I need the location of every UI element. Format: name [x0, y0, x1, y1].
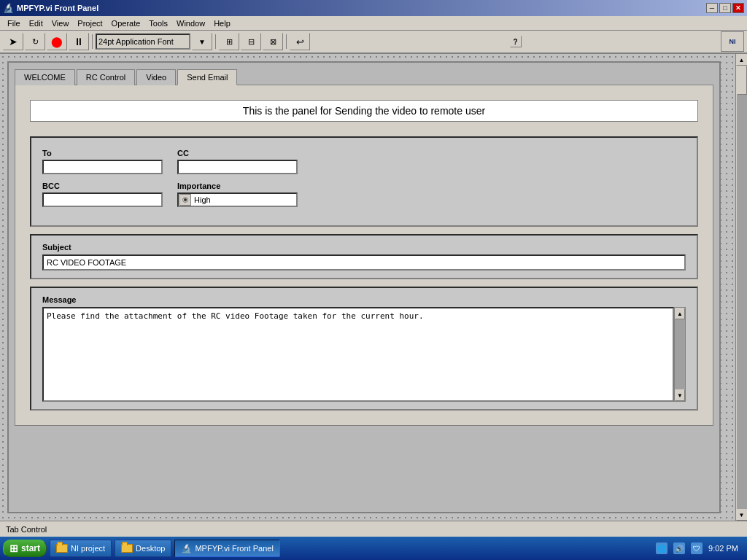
font-selector[interactable]: [96, 34, 190, 50]
panel-title-text: This is the panel for Sending the video …: [243, 105, 485, 117]
menu-help[interactable]: Help: [209, 18, 235, 29]
message-input[interactable]: [42, 307, 674, 402]
scroll-thumb[interactable]: [737, 66, 747, 95]
msg-scroll-down[interactable]: ▼: [675, 389, 685, 401]
subject-label: Subject: [42, 243, 686, 252]
panel-container: WELCOME RC Control Video Send Email This…: [7, 61, 721, 513]
distribute-button[interactable]: ⊟: [241, 33, 261, 50]
menu-edit[interactable]: Edit: [25, 18, 47, 29]
antivirus-icon: 🛡: [691, 542, 703, 554]
volume-icon: 🔊: [673, 542, 685, 554]
content-area: WELCOME RC Control Video Send Email This…: [0, 54, 735, 521]
to-field: To: [42, 149, 163, 174]
toolbar-separator-3: [286, 34, 287, 49]
menubar: File Edit View Project Operate Tools Win…: [0, 16, 747, 31]
statusbar-text: Tab Control: [6, 525, 47, 534]
menu-view[interactable]: View: [47, 18, 74, 29]
menu-file[interactable]: File: [3, 18, 25, 29]
panel-title: This is the panel for Sending the video …: [30, 100, 698, 122]
bcc-input[interactable]: [42, 192, 163, 207]
importance-label: Importance: [177, 182, 298, 190]
folder-icon: [56, 544, 68, 553]
labview-logo: NI: [721, 31, 744, 52]
email-fields-area: To CC BCC Imp: [30, 136, 698, 227]
scroll-up-arrow[interactable]: ▲: [736, 54, 748, 66]
folder-icon-2: [121, 544, 133, 553]
cc-label: CC: [177, 149, 298, 158]
main-area: WELCOME RC Control Video Send Email This…: [0, 54, 747, 521]
windows-logo-icon: ⊞: [9, 542, 18, 554]
help-button[interactable]: ?: [510, 36, 522, 47]
titlebar: 🔬 MPFYP.vi Front Panel ─ □ ✕: [0, 0, 747, 16]
cc-field: CC: [177, 149, 298, 174]
taskbar-mpfyp-label: MPFYP.vi Front Panel: [195, 544, 273, 553]
right-scrollbar: ▲ ▼: [735, 54, 747, 521]
to-cc-row: To CC: [42, 149, 686, 174]
subject-input[interactable]: [42, 254, 686, 271]
importance-value: High: [192, 195, 211, 204]
tab-welcome[interactable]: WELCOME: [15, 69, 75, 85]
scroll-down-arrow[interactable]: ▼: [736, 509, 748, 521]
scroll-track: [737, 66, 747, 509]
msg-scroll-up[interactable]: ▲: [675, 308, 685, 319]
subject-area: Subject: [30, 234, 698, 279]
cc-input[interactable]: [177, 160, 298, 174]
msg-scroll-track: [675, 319, 685, 389]
maximize-button[interactable]: □: [719, 3, 731, 13]
run-arrow-button[interactable]: ➤: [3, 33, 23, 50]
toolbar-separator-1: [92, 34, 93, 49]
taskbar-desktop[interactable]: Desktop: [115, 540, 171, 557]
minimize-button[interactable]: ─: [706, 3, 718, 13]
close-button[interactable]: ✕: [732, 3, 744, 13]
bcc-label: BCC: [42, 182, 163, 190]
toolbar-separator-2: [215, 34, 216, 49]
to-input[interactable]: [42, 160, 163, 174]
menu-operate[interactable]: Operate: [107, 18, 145, 29]
taskbar-desktop-label: Desktop: [136, 544, 165, 553]
tab-bar: WELCOME RC Control Video Send Email: [9, 63, 719, 85]
to-label: To: [42, 149, 163, 158]
bcc-field: BCC: [42, 182, 163, 207]
resize-button[interactable]: ⊠: [263, 33, 283, 50]
start-button[interactable]: ⊞ start: [3, 540, 47, 557]
taskbar-mpfyp[interactable]: 🔬 MPFYP.vi Front Panel: [174, 540, 279, 557]
clock: 9:02 PM: [708, 544, 738, 553]
titlebar-left: 🔬 MPFYP.vi Front Panel: [3, 3, 98, 13]
app-icon: 🔬: [3, 3, 14, 13]
message-area: Message ▲ ▼: [30, 287, 698, 411]
menu-project[interactable]: Project: [73, 18, 107, 29]
titlebar-controls: ─ □ ✕: [706, 3, 744, 13]
tab-video[interactable]: Video: [136, 69, 176, 85]
taskbar-right: 🌐 🔊 🛡 9:02 PM: [656, 542, 744, 554]
statusbar: Tab Control: [0, 521, 747, 537]
importance-radio-icon: [179, 194, 191, 206]
bcc-importance-row: BCC Importance High: [42, 182, 686, 207]
message-scrollbar: ▲ ▼: [674, 307, 686, 402]
font-dropdown-button[interactable]: ▼: [192, 33, 212, 50]
start-label: start: [21, 543, 40, 553]
abort-button[interactable]: ⬤: [47, 33, 67, 50]
importance-field: Importance High: [177, 182, 298, 207]
undo-button[interactable]: ↩: [290, 33, 310, 50]
toolbar: ➤ ↻ ⬤ ⏸ ▼ ⊞ ⊟ ⊠ ↩ ? NI: [0, 31, 747, 54]
pause-button[interactable]: ⏸: [69, 33, 89, 50]
menu-window[interactable]: Window: [172, 18, 209, 29]
tab-send-email[interactable]: Send Email: [177, 69, 237, 85]
align-button[interactable]: ⊞: [219, 33, 239, 50]
taskbar-ni-project-label: NI project: [71, 544, 105, 553]
message-label: Message: [42, 295, 686, 304]
message-wrapper: ▲ ▼: [42, 307, 686, 402]
app-icon-small: 🔬: [181, 543, 192, 553]
menu-tools[interactable]: Tools: [144, 18, 172, 29]
run-continuously-button[interactable]: ↻: [25, 33, 45, 50]
tab-content: This is the panel for Sending the video …: [15, 85, 713, 426]
importance-selector[interactable]: High: [177, 192, 298, 207]
taskbar: ⊞ start NI project Desktop 🔬 MPFYP.vi Fr…: [0, 537, 747, 560]
taskbar-ni-project[interactable]: NI project: [50, 540, 112, 557]
titlebar-title: MPFYP.vi Front Panel: [17, 4, 98, 12]
tab-rc-control[interactable]: RC Control: [77, 69, 135, 85]
network-icon: 🌐: [656, 542, 667, 554]
